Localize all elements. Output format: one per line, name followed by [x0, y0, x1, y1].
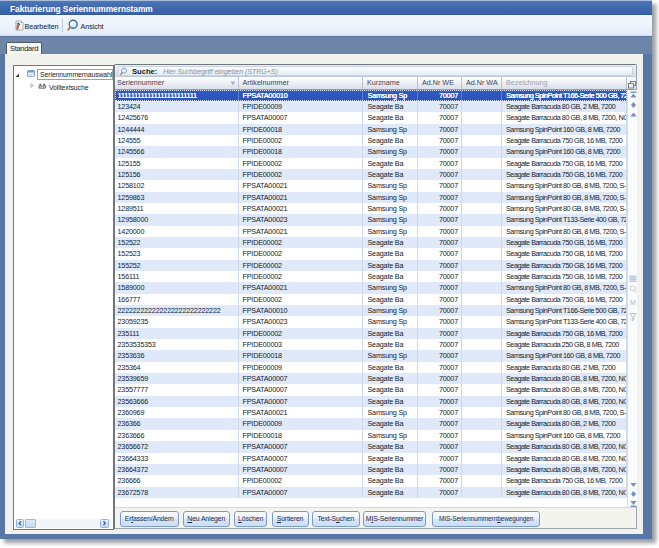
- svg-text:M: M: [630, 299, 636, 306]
